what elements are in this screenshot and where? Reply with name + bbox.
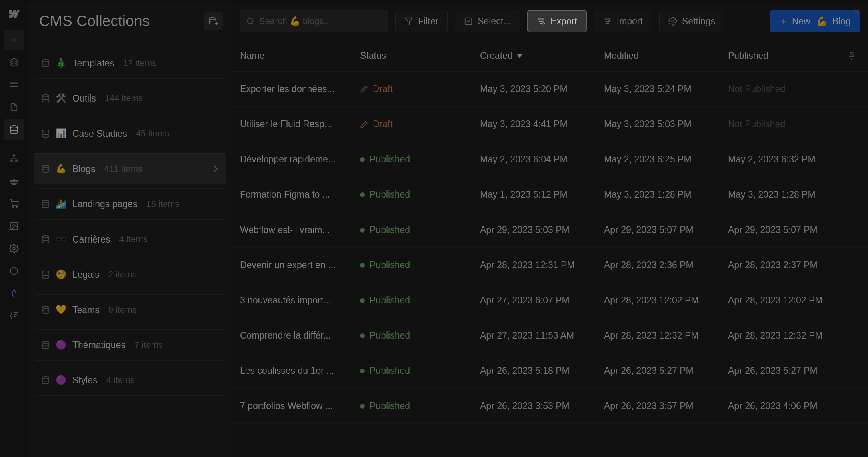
sidebar-item-outils[interactable]: 🛠️Outils144 items	[34, 83, 226, 114]
pin-icon[interactable]	[847, 52, 856, 60]
table-row[interactable]: Exporter les données...DraftMay 3, 2023 …	[232, 72, 868, 107]
sidebar-item-case-studies[interactable]: 📊Case Studies45 items	[34, 118, 226, 149]
table-row[interactable]: Comprendre la différ...PublishedApr 27, …	[232, 318, 868, 353]
export-button[interactable]: Export	[527, 10, 586, 32]
collection-count: 15 items	[146, 199, 179, 209]
rail-apps-icon[interactable]	[4, 261, 24, 281]
search-input-wrapper[interactable]	[240, 10, 388, 32]
status-label: Published	[370, 224, 410, 235]
rail-pages-icon[interactable]	[4, 97, 24, 118]
svg-point-14	[42, 200, 49, 203]
filter-button[interactable]: Filter	[395, 10, 448, 32]
rail-find-icon[interactable]	[4, 305, 24, 326]
collection-emoji: 🧐	[56, 269, 67, 280]
rail-components-icon[interactable]	[4, 52, 24, 73]
sidebar-item-blogs[interactable]: 💪Blogs411 items	[34, 153, 226, 184]
col-modified[interactable]: Modified	[604, 50, 728, 61]
col-name[interactable]: Name	[240, 50, 360, 61]
svg-point-2	[11, 160, 12, 162]
new-label-prefix: New	[792, 16, 810, 27]
table-row[interactable]: Développer rapideme...PublishedMay 2, 20…	[232, 142, 868, 177]
cell-created: Apr 29, 2023 5:03 PM	[480, 224, 604, 235]
database-icon	[41, 376, 50, 385]
collection-name: Templates	[72, 58, 114, 69]
page-title: CMS Collections	[39, 13, 150, 30]
sidebar-item-carrières[interactable]: 🕶️Carrières4 items	[34, 224, 226, 255]
svg-rect-21	[465, 18, 472, 25]
cell-name: Comprendre la différ...	[240, 330, 360, 341]
collection-name: Case Studies	[72, 128, 127, 139]
status-label: Published	[370, 330, 410, 341]
database-icon	[41, 341, 50, 349]
cell-published: Apr 29, 2023 5:07 PM	[728, 224, 856, 235]
export-label: Export	[550, 16, 577, 27]
cell-name: Devenir un expert en ...	[240, 260, 360, 271]
collection-emoji: 🎄	[56, 58, 67, 68]
table-row[interactable]: Webflow est-il vraim...PublishedApr 29, …	[232, 212, 868, 248]
new-blog-button[interactable]: New 💪 Blog	[770, 10, 860, 32]
webflow-logo-icon[interactable]	[6, 6, 22, 22]
sidebar-item-templates[interactable]: 🎄Templates17 items	[34, 48, 226, 79]
collection-count: 7 items	[134, 340, 163, 350]
collection-name: Blogs	[72, 164, 96, 174]
settings-button[interactable]: Settings	[659, 10, 724, 32]
sidebar-item-thématiques[interactable]: 🟣Thématiques7 items	[34, 329, 226, 361]
status-label: Draft	[373, 84, 393, 94]
collection-count: 144 items	[105, 93, 143, 104]
cell-name: 7 portfolios Webflow ...	[240, 401, 360, 411]
select-button[interactable]: Select...	[455, 10, 520, 32]
cell-published: Not Published	[728, 84, 856, 94]
cell-modified: Apr 28, 2023 12:32 PM	[604, 330, 728, 341]
rail-cms-icon[interactable]	[4, 119, 24, 140]
rail-logic-icon[interactable]	[4, 148, 24, 169]
cell-status: Draft	[360, 84, 480, 94]
sidebar-item-styles[interactable]: 🟣Styles4 items	[34, 365, 226, 396]
col-created[interactable]: Created	[480, 50, 604, 61]
cell-modified: Apr 26, 2023 5:27 PM	[604, 365, 728, 376]
table-row[interactable]: Devenir un expert en ...PublishedApr 28,…	[232, 248, 868, 283]
col-published[interactable]: Published	[728, 50, 847, 61]
add-collection-button[interactable]	[204, 12, 223, 30]
table-row[interactable]: 3 nouveautés import...PublishedApr 27, 2…	[232, 283, 868, 318]
import-button[interactable]: Import	[594, 10, 652, 32]
rail-variables-icon[interactable]	[4, 283, 24, 304]
collection-emoji: 🟣	[56, 340, 67, 350]
collection-count: 2 items	[108, 269, 137, 280]
collection-count: 411 items	[104, 164, 142, 174]
status-label: Published	[370, 401, 410, 411]
sidebar-item-landings-pages[interactable]: 🏄Landings pages15 items	[34, 188, 226, 220]
status-dot-icon	[360, 333, 365, 338]
col-status[interactable]: Status	[360, 50, 480, 61]
rail-users-icon[interactable]	[4, 171, 24, 192]
sidebar-item-teams[interactable]: 💛Teams9 items	[34, 294, 226, 325]
table-row[interactable]: Formation Figma to ...PublishedMay 1, 20…	[232, 177, 868, 212]
cell-created: May 3, 2023 5:20 PM	[480, 84, 604, 94]
database-icon	[41, 59, 50, 68]
status-dot-icon	[360, 192, 365, 197]
col-created-label: Created	[480, 50, 513, 61]
export-icon	[537, 17, 546, 26]
settings-label: Settings	[682, 16, 715, 27]
rail-navigator-icon[interactable]	[4, 74, 24, 95]
sidebar-item-légals[interactable]: 🧐Légals2 items	[34, 259, 226, 290]
table-row[interactable]: Utiliser le Fluid Resp...DraftMay 3, 202…	[232, 107, 868, 142]
svg-point-10	[42, 60, 49, 62]
svg-point-1	[13, 155, 15, 156]
rail-add-button[interactable]	[4, 30, 24, 50]
main-panel: Filter Select... Export Import Settings	[232, 2, 868, 457]
status-dot-icon	[360, 157, 365, 162]
close-icon[interactable]	[852, 7, 861, 16]
cell-modified: May 2, 2023 6:25 PM	[604, 154, 728, 165]
svg-point-0	[10, 126, 18, 128]
collection-name: Landings pages	[72, 199, 137, 210]
rail-ecommerce-icon[interactable]	[4, 193, 24, 214]
cell-status: Draft	[360, 119, 480, 130]
svg-point-8	[13, 247, 15, 250]
status-dot-icon	[360, 263, 365, 268]
search-input[interactable]	[259, 16, 382, 26]
rail-settings-icon[interactable]	[4, 238, 24, 259]
table-row[interactable]: Les coulisses du 1er ...PublishedApr 26,…	[232, 353, 868, 389]
svg-point-7	[12, 224, 13, 225]
table-row[interactable]: 7 portfolios Webflow ...PublishedApr 26,…	[232, 389, 868, 424]
rail-assets-icon[interactable]	[4, 216, 24, 237]
